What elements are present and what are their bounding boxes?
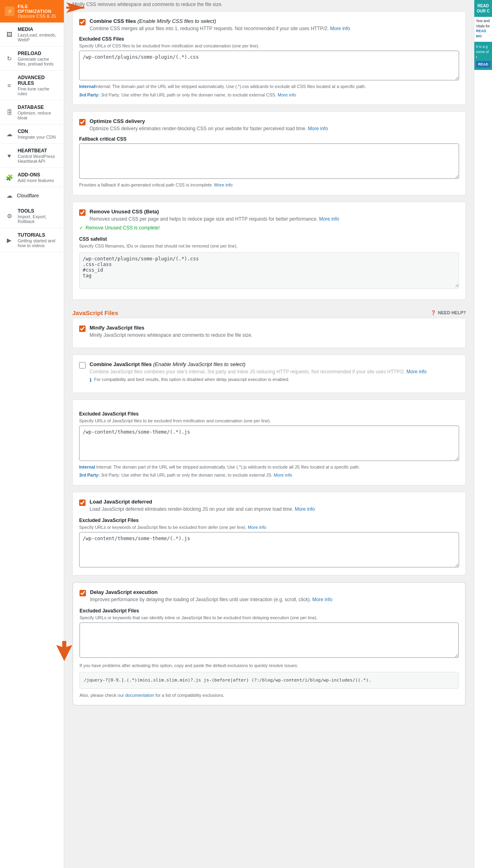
media-desc: LazyLoad, embeds, WebP (18, 33, 59, 42)
excluded-defer-desc: Specify URLs or keywords of JavaScript f… (79, 525, 459, 530)
sidebar-item-cdn[interactable]: ☁ CDN Integrate your CDN (0, 125, 64, 144)
advanced-rules-icon: ≡ (5, 81, 14, 90)
sidebar: ⚡ FILE OPTIMIZATION Optimize CSS & JS 🖼 … (0, 0, 64, 868)
remove-unused-more-link[interactable]: More info (319, 216, 339, 222)
excluded-defer-textarea[interactable]: /wp-content/themes/some-theme/(.*).js (79, 532, 459, 567)
database-icon: 🗄 (5, 108, 14, 117)
delay-js-title: Delay JavaScript execution (90, 589, 333, 595)
remove-unused-css-desc: Removes unused CSS per page and helps to… (90, 216, 339, 222)
minify-js-checkbox[interactable] (79, 326, 86, 332)
documentation-link[interactable]: documentation (125, 693, 154, 698)
excluded-js-desc: Specify URLs of JavaScript files to be e… (79, 418, 459, 423)
excluded-css-internal-note: InternalInternal: The domain part of the… (79, 83, 459, 90)
fallback-css-textarea[interactable] (79, 143, 459, 179)
card-text: It is a g some of t (476, 44, 490, 59)
media-label: MEDIA (18, 27, 59, 32)
advanced-rules-label: ADVANCED RULES (18, 75, 59, 86)
info-icon: ℹ (90, 377, 92, 383)
file-optimization-icon: ⚡ (5, 6, 14, 16)
preload-icon: ↻ (5, 54, 14, 63)
sidebar-item-cloudflare[interactable]: ☁ Cloudflare (0, 187, 64, 204)
sidebar-active-item[interactable]: ⚡ FILE OPTIMIZATION Optimize CSS & JS (0, 0, 64, 23)
remove-unused-css-checkbox[interactable] (79, 209, 86, 216)
excluded-defer-more-link[interactable]: More info (248, 525, 266, 530)
safelist-textarea[interactable]: /wp-content/plugins/some-plugin/(.*).css… (80, 253, 459, 287)
right-sidebar: READ OUR C Test and Vitals for READ MO I… (474, 0, 492, 868)
minify-js-title: Minify JavaScript files (90, 325, 253, 331)
load-js-deferred-group: Load JavaScript deferred Load JavaScript… (72, 492, 466, 575)
excluded-css-textarea[interactable]: /wp-content/plugins/some-plugin/(.*).css (79, 51, 459, 80)
optimize-css-checkbox[interactable] (79, 119, 86, 125)
cloudflare-label: Cloudflare (17, 193, 39, 199)
sidebar-item-preload[interactable]: ↻ PRELOAD Generate cache files, preload … (0, 47, 64, 71)
combine-css-checkbox[interactable] (79, 19, 86, 25)
preload-desc: Generate cache files, preload fonts (18, 57, 59, 66)
excluded-js-group: Excluded JavaScript Files Specify URLs o… (72, 399, 466, 485)
minify-js-group: Minify JavaScript files Minify JavaScrip… (72, 318, 466, 348)
remove-unused-css-group: Remove Unused CSS (Beta) Removes unused … (72, 202, 466, 300)
tools-icon: ⚙ (5, 212, 14, 221)
excluded-css-3rdparty-note: 3rd Party: 3rd Party: Use either the ful… (79, 92, 459, 98)
combine-js-checkbox[interactable] (79, 362, 86, 368)
main-content: Minify CSS removes whitespace and commen… (64, 0, 474, 868)
optimize-css-title: Optimize CSS delivery (90, 118, 328, 124)
excluded-css-3rdparty-link[interactable]: More info (278, 92, 296, 97)
test-vitals-text: Test and Vitals for READ MO (474, 17, 492, 40)
cloudflare-icon: ☁ (5, 191, 14, 200)
remove-unused-css-title: Remove Unused CSS (Beta) (90, 209, 339, 215)
sidebar-item-database[interactable]: 🗄 DATABASE Optimize, reduce bloat (0, 100, 64, 125)
delay-documentation-note: Also, please check our documentation for… (80, 692, 459, 699)
default-exclusions-box: /jquery-?[0-9.].(.*)(mini.slim.slim.min)… (80, 672, 459, 689)
delay-excluded-label: Excluded JavaScript Files (80, 608, 459, 614)
combine-css-title: Combine CSS files (Enable Minify CSS fil… (90, 18, 350, 24)
excluded-css-desc: Specify URLs of CSS files to be excluded… (79, 43, 459, 48)
delay-js-section: Delay JavaScript execution Improves perf… (72, 582, 466, 706)
js-section-header: JavaScript Files ❓ NEED HELP? (72, 309, 466, 316)
heartbeat-icon: ♥ (5, 151, 14, 160)
preload-label: PRELOAD (18, 51, 59, 56)
read-our-button[interactable]: READ OUR C (474, 0, 492, 17)
sidebar-item-media[interactable]: 🖼 MEDIA LazyLoad, embeds, WebP (0, 23, 64, 47)
safelist-desc: Specify CSS filenames, IDs or classes th… (79, 244, 459, 248)
excluded-js-textarea[interactable]: /wp-content/themes/some-theme/(.*).js (79, 426, 459, 461)
excluded-js-3rdparty-link[interactable]: More info (274, 473, 292, 477)
tutorials-desc: Getting started and how to videos (18, 238, 59, 248)
fallback-css-more-link[interactable]: More info (214, 182, 233, 187)
need-help-button[interactable]: ❓ NEED HELP? (431, 310, 466, 315)
load-js-deferred-desc: Load JavaScript deferred eliminates rend… (90, 506, 315, 512)
combine-js-more-link[interactable]: More info (406, 369, 427, 375)
safelist-label: CSS safelist (79, 236, 459, 242)
read-more-link[interactable]: READ MO (476, 29, 490, 39)
tools-label: TOOLS (18, 208, 59, 214)
excluded-js-label: Excluded JavaScript Files (79, 411, 459, 417)
combine-js-info-note: ℹ For compatibility and best results, th… (90, 377, 427, 383)
advanced-rules-desc: Fine-tune cache rules (18, 86, 59, 96)
fallback-css-note: Provides a fallback if auto-generated cr… (79, 182, 459, 188)
read-button[interactable]: READ (476, 61, 490, 68)
sidebar-active-label: FILE OPTIMIZATION (18, 4, 59, 14)
excluded-defer-label: Excluded JavaScript Files (79, 518, 459, 523)
sidebar-active-desc: Optimize CSS & JS (18, 14, 59, 18)
excluded-js-internal-note: Internal Internal: The domain part of th… (79, 464, 459, 471)
delay-js-checkbox[interactable] (80, 590, 86, 596)
optimize-css-more-link[interactable]: More info (308, 126, 328, 131)
heartbeat-label: HEARTBEAT (18, 148, 59, 154)
sidebar-item-heartbeat[interactable]: ♥ HEARTBEAT Control WordPress Heartbeat … (0, 144, 64, 168)
delay-js-more-link[interactable]: More info (312, 597, 333, 602)
sidebar-item-tools[interactable]: ⚙ TOOLS Import, Export, Rollback (0, 204, 64, 228)
load-js-deferred-more-link[interactable]: More info (295, 506, 315, 512)
combine-css-desc: Combine CSS merges all your files into 1… (90, 26, 350, 31)
addons-icon: 🧩 (5, 173, 14, 182)
delay-problems-note: If you have problems after activating th… (80, 662, 459, 669)
sidebar-item-addons[interactable]: 🧩 ADD-ONS Add more features (0, 168, 64, 187)
combine-css-more-link[interactable]: More info (330, 26, 350, 31)
sidebar-item-advanced-rules[interactable]: ≡ ADVANCED RULES Fine-tune cache rules (0, 71, 64, 100)
right-sidebar-card: It is a g some of t READ (474, 42, 492, 70)
sidebar-item-tutorials[interactable]: ▶ TUTORIALS Getting started and how to v… (0, 228, 64, 252)
delay-excluded-desc: Specify URLs or keywords that can identi… (80, 615, 459, 620)
minify-js-desc: Minify JavaScript removes whitespace and… (90, 332, 253, 338)
database-label: DATABASE (18, 104, 59, 110)
delay-excluded-textarea[interactable] (80, 622, 459, 658)
load-js-deferred-checkbox[interactable] (79, 500, 86, 506)
media-icon: 🖼 (5, 30, 14, 39)
